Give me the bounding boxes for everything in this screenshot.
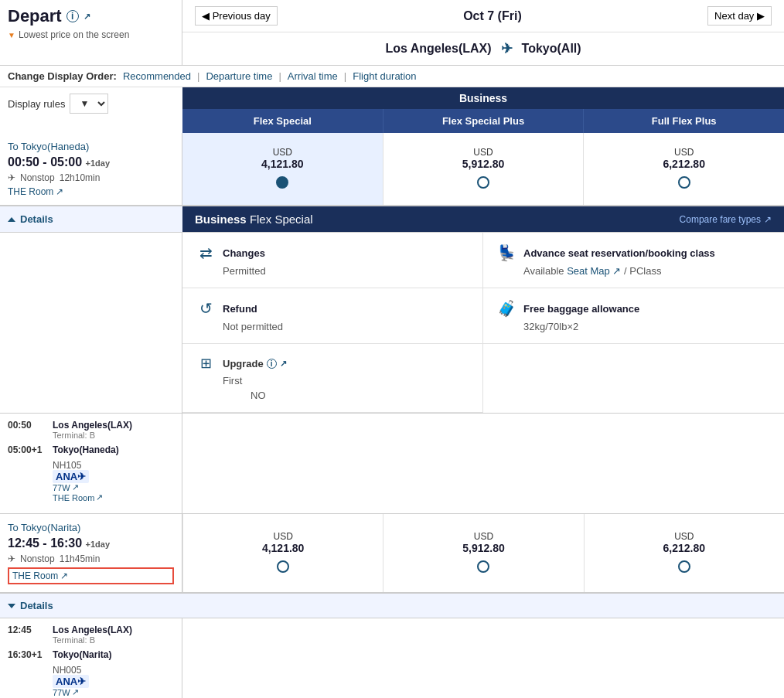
date-navigation: ◀ Previous day Oct 7 (Fri) Next day ▶ (182, 0, 784, 32)
fare-table: Display rules ▼ Business Flex Special Fl… (0, 87, 784, 698)
origin-label: Los Angeles(LAX) (385, 42, 491, 56)
details-toggle-flight2[interactable]: Details (0, 594, 182, 618)
depart-label: Depart (8, 6, 62, 26)
flight1-price-0[interactable]: USD 4,121.80 (182, 133, 383, 205)
flight2-nonstop: ✈ Nonstop 11h45min (8, 553, 174, 564)
fare-type-full-flex-plus[interactable]: Full Flex Plus (583, 109, 784, 133)
flight1-destination: To Tokyo(Haneda) (8, 141, 174, 152)
flight2-the-room-link[interactable]: THE Room ↗ (8, 567, 174, 584)
info-icon[interactable]: i (66, 10, 79, 22)
depart-title: Depart i ↗ (8, 6, 174, 26)
policy-left-spacer (0, 233, 182, 413)
sort-bar: Change Display Order: Recommended | Depa… (0, 66, 784, 87)
lowest-price-label: ▼ Lowest price on the screen (8, 29, 174, 40)
flight1-times: 00:50 - 05:00 +1day (8, 155, 174, 169)
external-link-icon: ↗ (56, 186, 63, 197)
prev-day-button[interactable]: ◀ Previous day (195, 6, 278, 26)
policy-changes: ⇄ Changes Permitted (182, 233, 483, 288)
upgrade-info-icon[interactable]: i (267, 359, 277, 369)
flight2-row: To Tokyo(Narita) 12:45 - 16:30 +1day ✈ N… (0, 514, 784, 593)
compare-fare-types-link[interactable]: Compare fare types ↗ (680, 214, 772, 225)
flight1-detail-left: 00:50 Los Angeles(LAX) Terminal: B 05:00… (0, 414, 182, 513)
display-rules-dropdown[interactable]: ▼ (70, 94, 108, 114)
fare-details-header: Business Flex Special Compare fare types… (182, 206, 784, 232)
ana-logo: ANA✈ (53, 470, 89, 483)
left-col-spacer: Display rules ▼ (0, 87, 182, 133)
flight2-times: 12:45 - 16:30 +1day (8, 536, 174, 550)
radio-unselected[interactable] (277, 560, 289, 573)
fare-name-display: Business Flex Special (195, 213, 313, 226)
chevron-up-icon (8, 217, 15, 222)
sort-flight-duration[interactable]: Flight duration (353, 70, 416, 82)
fare-type-flex-special[interactable]: Flex Special (182, 109, 383, 133)
next-day-button[interactable]: Next day ▶ (707, 6, 772, 26)
plane-icon: ✈ (501, 40, 513, 57)
flight1-nonstop: ✈ Nonstop 12h10min (8, 172, 174, 183)
external-link-icon[interactable]: ↗ (84, 12, 90, 22)
policy-baggage: 🧳 Free baggage allowance 32kg/70lb×2 (483, 288, 784, 344)
radio-unselected[interactable] (477, 176, 489, 189)
radio-unselected[interactable] (678, 176, 690, 189)
flight1-fare-cells: USD 4,121.80 USD 5,912.80 USD 6,212.80 (182, 133, 784, 205)
flight2-price-2[interactable]: USD 6,212.80 (584, 514, 784, 592)
seat-map-link[interactable]: Seat Map ↗ (567, 265, 624, 277)
flight2-price-0[interactable]: USD 4,121.80 (182, 514, 383, 592)
nav-section: ◀ Previous day Oct 7 (Fri) Next day ▶ Lo… (182, 0, 784, 65)
sort-arrival-time[interactable]: Arrival time (288, 70, 338, 82)
fare-type-row: Flex Special Flex Special Plus Full Flex… (182, 109, 784, 133)
triangle-icon: ▼ (8, 31, 15, 39)
details-bar-flight2: Details (0, 593, 784, 618)
flight2-detail-left: 12:45 Los Angeles(LAX) Terminal: B 16:30… (0, 618, 182, 698)
flight2-dep-row: 12:45 Los Angeles(LAX) Terminal: B (8, 625, 174, 645)
route-display: Los Angeles(LAX) ✈ Tokyo(All) (182, 32, 784, 65)
depart-section: Depart i ↗ ▼ Lowest price on the screen (0, 0, 182, 65)
upgrade-ext-icon[interactable]: ↗ (280, 359, 287, 369)
policy-seat: 💺 Advance seat reservation/booking class… (483, 233, 784, 288)
baggage-icon: 🧳 (496, 299, 517, 318)
external-link-icon: ↗ (612, 265, 621, 277)
destination-label: Tokyo(All) (522, 42, 581, 56)
flight1-price-2[interactable]: USD 6,212.80 (583, 133, 784, 205)
refund-icon: ↺ (195, 299, 216, 318)
policy-grid: ⇄ Changes Permitted 💺 Advance seat reser… (182, 233, 784, 413)
fare-type-flex-special-plus[interactable]: Flex Special Plus (383, 109, 584, 133)
flight1-dep-row: 00:50 Los Angeles(LAX) Terminal: B (8, 420, 174, 440)
nonstop-icon: ✈ (8, 553, 15, 564)
radio-unselected[interactable] (678, 560, 690, 573)
flight2-price-1[interactable]: USD 5,912.80 (383, 514, 583, 592)
radio-unselected[interactable] (477, 560, 489, 573)
changes-icon: ⇄ (195, 243, 216, 262)
aircraft-link[interactable]: 77W ↗ (53, 482, 174, 492)
flight1-detail-right (182, 414, 784, 513)
flight1-arr-row: 05:00+1 Tokyo(Haneda) (8, 444, 174, 455)
fare-header-row: Display rules ▼ Business Flex Special Fl… (0, 87, 784, 133)
flight2-info: To Tokyo(Narita) 12:45 - 16:30 +1day ✈ N… (0, 514, 182, 592)
flight1-the-room-link[interactable]: THE Room ↗ (8, 186, 174, 197)
chevron-down-icon (8, 604, 15, 608)
external-link-icon: ↗ (60, 570, 68, 581)
flight1-row: To Tokyo(Haneda) 00:50 - 05:00 +1day ✈ N… (0, 133, 784, 206)
display-rules-label: Display rules (8, 98, 65, 110)
fare-columns: Business Flex Special Flex Special Plus … (182, 87, 784, 133)
flight1-info: To Tokyo(Haneda) 00:50 - 05:00 +1day ✈ N… (0, 133, 182, 205)
flight2-arr-row: 16:30+1 Tokyo(Narita) (8, 649, 174, 660)
the-room-link[interactable]: THE Room ↗ (53, 492, 174, 502)
sort-recommended[interactable]: Recommended (123, 70, 191, 82)
flight1-price-1[interactable]: USD 5,912.80 (383, 133, 584, 205)
aircraft-link-2[interactable]: 77W ↗ (53, 687, 174, 697)
flight1-flight-row: NH105 ANA✈ 77W ↗ THE Room ↗ (8, 460, 174, 502)
seat-icon: 💺 (496, 243, 517, 262)
policy-upgrade: ⊞ Upgrade i ↗ First NO (182, 344, 483, 413)
flight2-fare-cells: USD 4,121.80 USD 5,912.80 USD 6,212.80 (182, 514, 784, 592)
radio-selected[interactable] (276, 176, 288, 189)
current-date: Oct 7 (Fri) (463, 9, 522, 23)
sort-departure-time[interactable]: Departure time (206, 70, 272, 82)
sort-label: Change Display Order: (8, 70, 117, 82)
policy-section: ⇄ Changes Permitted 💺 Advance seat reser… (0, 233, 784, 414)
details-bar: Details Business Flex Special Compare fa… (0, 206, 784, 233)
external-link-icon: ↗ (764, 214, 772, 225)
display-rules-area: Display rules ▼ (0, 87, 182, 120)
cabin-label: Business (182, 87, 784, 109)
upgrade-icon: ⊞ (195, 355, 216, 372)
details-toggle[interactable]: Details (0, 207, 182, 231)
